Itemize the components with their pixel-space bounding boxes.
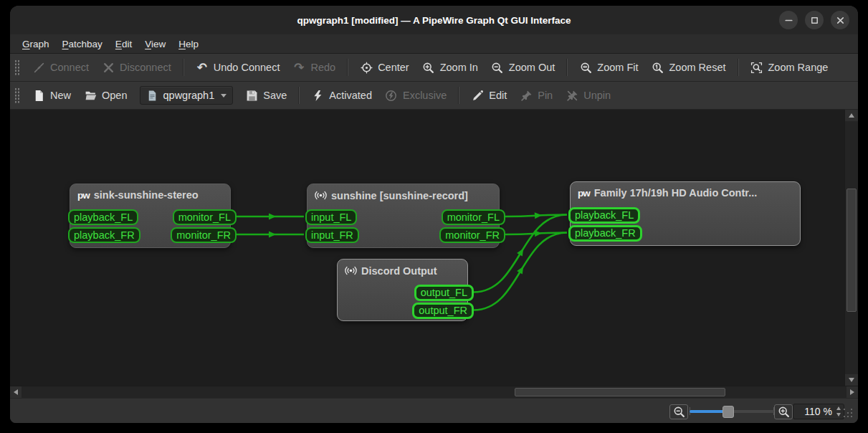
zoom-range-label: Zoom Range	[768, 62, 829, 73]
toolbar-drag-handle[interactable]	[14, 60, 20, 75]
edit-button[interactable]: Edit	[464, 85, 513, 105]
scroll-right-arrow[interactable]	[846, 386, 858, 398]
edit-label: Edit	[489, 90, 507, 101]
center-button[interactable]: Center	[353, 57, 416, 77]
statusbar-zoom-in-button[interactable]	[774, 404, 793, 419]
menu-bar: GraphPatchbayEditViewHelp	[10, 34, 858, 54]
connection-line[interactable]	[505, 233, 567, 235]
zoom-slider-handle[interactable]	[722, 406, 734, 418]
save-icon	[245, 89, 258, 102]
port-input_FR[interactable]: input_FR	[305, 227, 359, 243]
save-label: Save	[263, 90, 287, 101]
maximize-button[interactable]	[805, 11, 824, 29]
menu-item-patchbay[interactable]: Patchbay	[56, 37, 109, 52]
port-output_FR[interactable]: output_FR	[412, 303, 474, 319]
new-icon	[32, 89, 45, 102]
node-sunshine[interactable]: sunshine [sunshine-record]input_FLinput_…	[307, 184, 500, 248]
node-discord-output[interactable]: Discord Outputoutput_FLoutput_FR	[337, 259, 468, 321]
scroll-up-arrow[interactable]	[845, 110, 858, 121]
patchbay-file-combobox[interactable]: qpwgraph1	[140, 86, 234, 105]
port-output_FL[interactable]: output_FL	[414, 285, 474, 301]
zoom-reset-button[interactable]: Zoom Reset	[645, 57, 733, 77]
horizontal-scrollbar-thumb[interactable]	[515, 388, 725, 396]
port-playback_FR[interactable]: playback_FR	[68, 227, 140, 243]
connection-line[interactable]	[505, 215, 567, 217]
graph-canvas[interactable]: pwsink-sunshine-stereoplayback_FLplaybac…	[10, 110, 844, 386]
menu-item-edit[interactable]: Edit	[109, 37, 138, 52]
toolbar-drag-handle[interactable]	[14, 87, 20, 103]
menu-mnemonic: H	[178, 39, 186, 49]
activated-button[interactable]: Activated	[305, 85, 378, 105]
menu-item-help[interactable]: Help	[172, 37, 205, 52]
port-monitor_FR[interactable]: monitor_FR	[439, 227, 505, 243]
pin-button[interactable]: Pin	[513, 85, 559, 105]
pin-icon	[520, 89, 533, 102]
connection-arrow-icon	[517, 247, 526, 256]
zoom-spinbox[interactable]: 110 %	[793, 404, 844, 419]
zoom-slider[interactable]	[690, 404, 774, 418]
triangle-left-icon	[14, 389, 18, 395]
vertical-scrollbar-thumb[interactable]	[846, 189, 857, 312]
node-sink-sunshine-stereo[interactable]: pwsink-sunshine-stereoplayback_FLplaybac…	[70, 184, 231, 248]
menu-item-graph[interactable]: Graph	[16, 37, 56, 52]
connection-arrow-icon	[535, 230, 543, 237]
unpin-button[interactable]: Unpin	[559, 85, 617, 105]
statusbar-zoom-out-button[interactable]	[669, 404, 688, 419]
spin-up-icon	[836, 406, 841, 410]
redo-icon: ↷	[292, 61, 305, 74]
title-bar[interactable]: qpwgraph1 [modified] — A PipeWire Graph …	[10, 6, 858, 34]
scroll-left-arrow[interactable]	[10, 386, 22, 398]
save-button[interactable]: Save	[239, 85, 293, 105]
app-window: qpwgraph1 [modified] — A PipeWire Graph …	[10, 6, 858, 423]
exclusive-button[interactable]: Exclusive	[378, 85, 453, 105]
pin-label: Pin	[538, 90, 553, 101]
zoom-in-button[interactable]: Zoom In	[416, 57, 485, 77]
minimize-button[interactable]	[779, 11, 798, 29]
port-playback_FR[interactable]: playback_FR	[568, 225, 642, 242]
close-button[interactable]	[831, 11, 849, 29]
scroll-down-arrow[interactable]	[845, 374, 858, 386]
redo-button[interactable]: ↷Redo	[286, 57, 342, 77]
port-monitor_FL[interactable]: monitor_FL	[442, 209, 505, 225]
new-button[interactable]: New	[26, 85, 77, 105]
zoom-in-icon	[422, 61, 435, 74]
menu-mnemonic: G	[22, 39, 30, 49]
menu-mnemonic: V	[145, 39, 151, 49]
close-icon	[834, 14, 846, 27]
menu-item-view[interactable]: View	[138, 37, 172, 52]
port-input_FL[interactable]: input_FL	[305, 209, 357, 225]
triangle-down-icon	[849, 378, 854, 382]
connection-arrow-icon	[269, 232, 276, 238]
unpin-icon	[566, 89, 578, 102]
spinbox-arrows[interactable]	[836, 406, 841, 417]
toolbar-separator	[458, 87, 459, 104]
port-playback_FL[interactable]: playback_FL	[68, 209, 138, 225]
zoom-fit-button[interactable]: Zoom Fit	[573, 57, 644, 77]
menu-label: raph	[30, 39, 49, 49]
status-bar: 110 %	[10, 398, 858, 423]
new-label: New	[50, 90, 71, 101]
connect-button[interactable]: Connect	[26, 57, 95, 77]
node-title: Family 17h/19h HD Audio Contr...	[594, 187, 757, 199]
port-monitor_FR[interactable]: monitor_FR	[171, 227, 237, 243]
zoom-range-button[interactable]: Zoom Range	[744, 57, 835, 77]
open-button[interactable]: Open	[77, 85, 133, 105]
horizontal-scrollbar[interactable]	[10, 386, 858, 398]
stream-icon	[345, 265, 357, 277]
node-header: pwsink-sunshine-stereo	[70, 184, 230, 201]
disconnect-button[interactable]: Disconnect	[95, 57, 178, 77]
maximize-icon	[808, 14, 821, 27]
port-monitor_FL[interactable]: monitor_FL	[173, 209, 237, 225]
connect-label: Connect	[50, 62, 89, 73]
zoom-out-button[interactable]: Zoom Out	[485, 57, 561, 77]
node-family-hd-audio[interactable]: pwFamily 17h/19h HD Audio Contr...playba…	[570, 181, 801, 246]
connect-icon	[32, 61, 45, 74]
port-playback_FL[interactable]: playback_FL	[568, 207, 640, 224]
triangle-up-icon	[849, 113, 854, 118]
undo-connect-button[interactable]: ↶Undo Connect	[189, 57, 287, 77]
menu-mnemonic: P	[62, 39, 69, 49]
resize-grip-icon[interactable]	[844, 409, 854, 419]
undo-connect-label: Undo Connect	[214, 62, 280, 73]
vertical-scrollbar[interactable]	[844, 110, 858, 386]
minimize-icon	[782, 14, 795, 27]
